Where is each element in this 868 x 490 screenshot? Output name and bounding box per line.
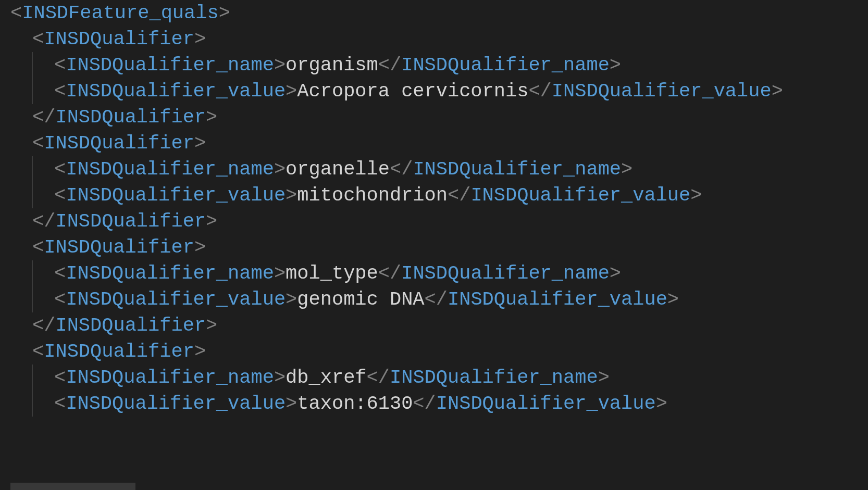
- xml-text: Acropora cervicornis: [297, 80, 528, 102]
- code-line[interactable]: <INSDQualifier>: [0, 234, 868, 260]
- xml-bracket: >: [610, 262, 621, 284]
- code-line[interactable]: <INSDQualifier_name>organelle</INSDQuali…: [0, 156, 868, 182]
- indent-guide: [10, 208, 32, 234]
- code-line[interactable]: <INSDFeature_quals>: [0, 0, 868, 26]
- indent-guide: [32, 52, 54, 78]
- indent-guides: [10, 26, 32, 52]
- xml-bracket: >: [286, 393, 297, 414]
- xml-tag-name: INSDQualifier: [55, 210, 206, 232]
- xml-tag-name: INSDQualifier_value: [66, 80, 286, 102]
- gutter-space: [0, 338, 10, 365]
- xml-bracket: >: [194, 132, 206, 154]
- code-content: <INSDQualifier_name>db_xref</INSDQualifi…: [54, 365, 610, 391]
- xml-tag-name: INSDQualifier_value: [436, 393, 656, 414]
- xml-tag-name: INSDQualifier_name: [66, 158, 274, 180]
- xml-tag-name: INSDQualifier_value: [470, 184, 690, 206]
- code-line[interactable]: <INSDQualifier_value>taxon:6130</INSDQua…: [0, 391, 868, 417]
- code-content: <INSDFeature_quals>: [10, 0, 230, 26]
- indent-guides: [10, 338, 32, 365]
- code-line[interactable]: </INSDQualifier>: [0, 208, 868, 234]
- code-line[interactable]: <INSDQualifier>: [0, 338, 868, 365]
- xml-bracket: >: [772, 80, 783, 102]
- code-line[interactable]: <INSDQualifier_name>db_xref</INSDQualifi…: [0, 365, 868, 391]
- indent-guide: [10, 182, 32, 208]
- code-line[interactable]: <INSDQualifier_name>organism</INSDQualif…: [0, 52, 868, 78]
- code-content: <INSDQualifier_value>Acropora cervicorni…: [54, 78, 783, 104]
- indent-guide: [32, 260, 54, 286]
- horizontal-scrollbar[interactable]: [10, 483, 135, 490]
- indent-guides: [10, 104, 32, 130]
- code-content: <INSDQualifier_value>mitochondrion</INSD…: [54, 182, 702, 208]
- xml-tag-name: INSDQualifier_name: [401, 262, 610, 284]
- indent-guides: [10, 365, 54, 391]
- code-editor[interactable]: <INSDFeature_quals><INSDQualifier><INSDQ…: [0, 0, 868, 417]
- xml-bracket: >: [274, 262, 286, 284]
- indent-guide: [32, 286, 54, 312]
- indent-guide: [10, 26, 32, 52]
- xml-bracket: </: [32, 210, 55, 232]
- code-line[interactable]: <INSDQualifier_value>mitochondrion</INSD…: [0, 182, 868, 208]
- code-line[interactable]: </INSDQualifier>: [0, 312, 868, 338]
- indent-guide: [32, 391, 54, 417]
- indent-guide: [10, 338, 32, 365]
- gutter-space: [0, 78, 10, 104]
- xml-tag-name: INSDQualifier_name: [66, 262, 274, 284]
- indent-guides: [10, 182, 54, 208]
- code-content: <INSDQualifier>: [32, 338, 206, 365]
- xml-tag-name: INSDQualifier: [44, 236, 194, 258]
- code-line[interactable]: <INSDQualifier_name>mol_type</INSDQualif…: [0, 260, 868, 286]
- code-line[interactable]: <INSDQualifier>: [0, 130, 868, 156]
- gutter-space: [0, 286, 10, 312]
- code-line[interactable]: <INSDQualifier_value>Acropora cervicorni…: [0, 78, 868, 104]
- code-line[interactable]: <INSDQualifier>: [0, 26, 868, 52]
- xml-tag-name: INSDQualifier: [44, 28, 194, 50]
- indent-guides: [10, 286, 54, 312]
- xml-bracket: </: [32, 315, 55, 336]
- indent-guides: [10, 52, 54, 78]
- xml-bracket: </: [528, 80, 551, 102]
- gutter-space: [0, 365, 10, 391]
- xml-bracket: </: [413, 393, 436, 414]
- xml-text: taxon:6130: [297, 393, 413, 414]
- gutter-space: [0, 260, 10, 286]
- xml-bracket: >: [656, 393, 667, 414]
- indent-guides: [10, 156, 54, 182]
- indent-guide: [10, 312, 32, 338]
- xml-bracket: >: [274, 158, 286, 180]
- xml-bracket: <: [32, 236, 44, 258]
- indent-guides: [10, 130, 32, 156]
- xml-bracket: <: [10, 2, 22, 24]
- indent-guide: [10, 365, 32, 391]
- xml-tag-name: INSDQualifier_value: [552, 80, 772, 102]
- indent-guide: [32, 78, 54, 104]
- indent-guides: [10, 208, 32, 234]
- xml-tag-name: INSDQualifier: [44, 132, 194, 154]
- xml-tag-name: INSDQualifier_name: [390, 367, 598, 388]
- xml-bracket: </: [390, 158, 413, 180]
- code-content: <INSDQualifier_name>organism</INSDQualif…: [54, 52, 621, 78]
- gutter-space: [0, 104, 10, 130]
- xml-tag-name: INSDFeature_quals: [22, 2, 218, 24]
- xml-bracket: </: [378, 54, 401, 76]
- indent-guides: [10, 260, 54, 286]
- xml-tag-name: INSDQualifier_name: [401, 54, 610, 76]
- xml-bracket: <: [54, 158, 66, 180]
- xml-bracket: >: [219, 2, 230, 24]
- code-line[interactable]: </INSDQualifier>: [0, 104, 868, 130]
- xml-bracket: <: [32, 132, 44, 154]
- xml-bracket: </: [367, 367, 390, 388]
- indent-guide: [10, 156, 32, 182]
- indent-guide: [10, 52, 32, 78]
- xml-bracket: <: [54, 288, 66, 310]
- code-content: <INSDQualifier_name>organelle</INSDQuali…: [54, 156, 633, 182]
- code-content: <INSDQualifier_value>genomic DNA</INSDQu…: [54, 286, 679, 312]
- xml-tag-name: INSDQualifier_value: [66, 184, 286, 206]
- xml-tag-name: INSDQualifier: [55, 106, 206, 128]
- xml-bracket: <: [32, 341, 44, 362]
- xml-bracket: >: [206, 106, 217, 128]
- gutter-space: [0, 130, 10, 156]
- gutter-space: [0, 0, 10, 26]
- indent-guides: [10, 78, 54, 104]
- code-line[interactable]: <INSDQualifier_value>genomic DNA</INSDQu…: [0, 286, 868, 312]
- code-content: </INSDQualifier>: [32, 208, 217, 234]
